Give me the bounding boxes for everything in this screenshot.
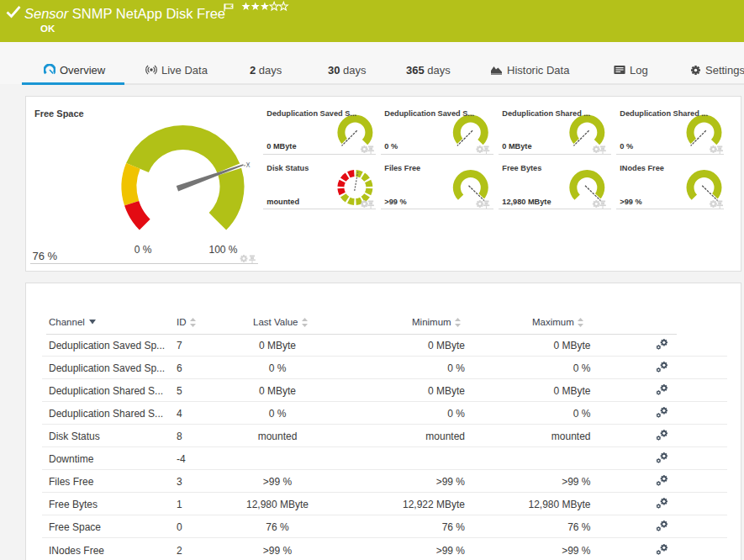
- svg-text:x: x: [245, 160, 250, 169]
